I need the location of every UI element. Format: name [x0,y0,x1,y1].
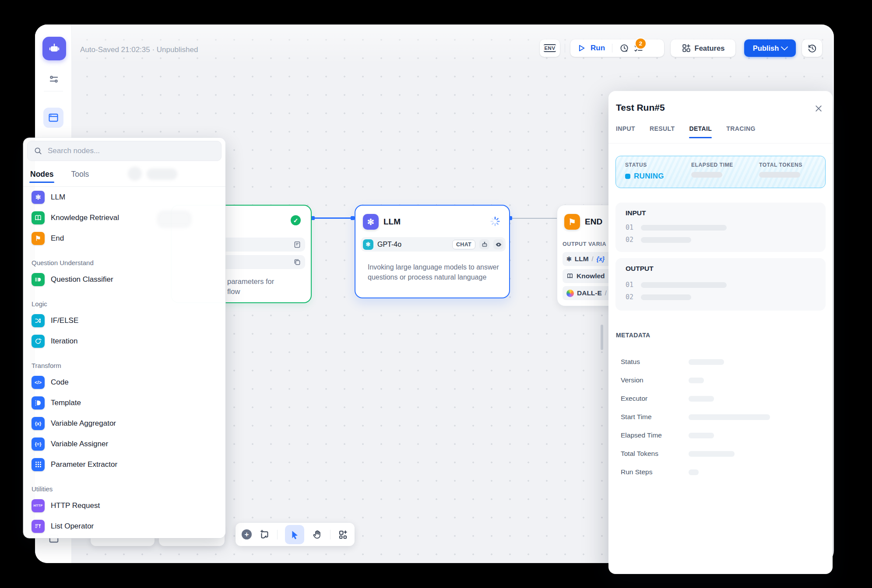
features-button[interactable]: Features [671,39,735,57]
metadata-label: Start Time [621,413,689,421]
node-item-label: List Operator [51,522,94,531]
book-icon [566,273,573,280]
code-icon: </> [32,376,45,389]
metadata-row: Version [621,371,824,389]
status-card: STATUS RUNING ELAPSED TIME TOTAL TOKENS [615,156,826,188]
row-number: 01 [626,224,633,231]
llm-icon: ✻ [363,214,379,230]
tab-nodes[interactable]: Nodes [30,170,53,179]
node-item-label: Iteration [51,337,77,346]
organize-layout-icon[interactable] [338,529,348,540]
metadata-value-placeholder [689,396,714,402]
run-button[interactable]: Run [591,44,605,52]
node-item-iteration[interactable]: Iteration [23,331,225,351]
test-run-tabs: INPUT RESULT DETAIL TRACING [616,125,756,138]
sliders-icon[interactable] [48,74,60,85]
toolbar-divider [330,530,331,539]
tab-tracing[interactable]: TRACING [726,125,756,138]
node-item-variable-aggregator[interactable]: {x}Variable Aggregator [23,413,225,434]
status-value: RUNING [634,172,664,181]
metadata-value-placeholder [689,433,714,438]
template-icon [32,396,45,410]
tokens-placeholder [759,172,800,178]
question-classifier-icon [32,273,45,286]
run-group-divider [612,44,612,52]
variable-assigner-icon: {=} [32,438,45,451]
value-placeholder [641,294,691,300]
row-number: 01 [626,281,633,289]
panel-resize-handle[interactable] [601,325,603,350]
version-history-button[interactable] [802,39,822,57]
node-item-code[interactable]: </>Code [23,372,225,392]
node-item-label: LLM [51,193,65,202]
variable-tag: {x} [596,256,605,262]
llm-input-handle[interactable] [351,216,355,220]
metadata-value-placeholder [689,359,724,365]
hand-tool-icon[interactable] [312,529,323,540]
start-node-description: parameters for flow [227,276,310,297]
node-item-template[interactable]: Template [23,392,225,413]
search-input[interactable] [47,146,215,156]
end-icon: ⚑ [32,232,45,245]
metadata-row: Run Steps [621,463,824,481]
node-item-parameter-extractor[interactable]: Parameter Extractor [23,454,225,475]
vision-eye-icon [493,239,503,249]
features-grid-icon [682,43,691,53]
history-icon [807,43,817,53]
node-item-label: IF/ELSE [51,316,78,325]
close-icon[interactable] [814,104,823,113]
features-label: Features [695,44,725,52]
edge-start-to-llm [313,217,354,219]
model-selector[interactable]: ✻ GPT-4o CHAT [361,237,506,252]
run-history-icon[interactable] [619,43,629,53]
iteration-icon [32,335,45,348]
canvas-toolbar: + [236,523,355,546]
copy-icon [293,258,301,266]
app-logo[interactable] [42,37,66,60]
llm-node-title: LLM [383,217,401,227]
success-check-icon: ✓ [291,215,301,225]
checklist-icon[interactable]: 2 [633,43,643,53]
node-item-knowledge-retrieval[interactable]: Knowledge Retrieval [23,207,225,228]
value-placeholder [641,237,691,243]
publish-button[interactable]: Publish [744,39,796,57]
rail-divider [44,91,63,91]
tab-detail[interactable]: DETAIL [689,125,712,138]
model-name: GPT-4o [377,241,448,248]
node-item-label: Parameter Extractor [51,460,117,469]
tabs-divider [608,143,833,144]
node-item-if-else[interactable]: IF/ELSE [23,310,225,331]
metadata-row: Elapsed Time [621,426,824,444]
metadata-label: Run Steps [621,468,689,476]
node-item-list-operator[interactable]: List Operator [23,516,225,536]
openai-icon: ✻ [363,239,373,250]
metadata-row: Status [621,353,824,371]
row-number: 02 [626,293,633,301]
node-item-question-classifier[interactable]: Question Classifier [23,269,225,290]
tab-input[interactable]: INPUT [616,125,635,138]
add-note-icon[interactable] [259,529,270,540]
pointer-tool-button[interactable] [285,525,304,544]
publish-label: Publish [753,44,779,52]
add-node-button[interactable]: + [242,529,252,539]
cursor-icon [289,529,300,540]
env-button[interactable]: ENV [540,39,560,57]
node-item-label: Knowledge Retrieval [51,214,119,222]
metadata-row: Total Tokens [621,444,824,463]
test-run-panel: Test Run#5 INPUT RESULT DETAIL TRACING S… [608,91,833,574]
metadata-label: Version [621,376,689,384]
tab-tools[interactable]: Tools [71,170,89,179]
dalle-icon [566,290,574,297]
node-section-label: Logic [23,290,225,310]
node-item-http-request[interactable]: HTTPHTTP Request [23,495,225,516]
value-placeholder [641,282,727,288]
value-placeholder [641,225,727,231]
node-item-variable-assigner[interactable]: {=}Variable Assigner [23,434,225,454]
workflow-tool-button[interactable] [43,108,63,128]
node-item-llm[interactable]: ✻LLM [23,187,225,207]
loading-spinner-icon [490,216,500,227]
llm-node[interactable]: ✻ LLM ✻ GPT-4o CHAT [355,205,510,298]
window-icon [48,112,59,123]
node-item-end[interactable]: ⚑End [23,228,225,248]
tab-result[interactable]: RESULT [650,125,675,138]
